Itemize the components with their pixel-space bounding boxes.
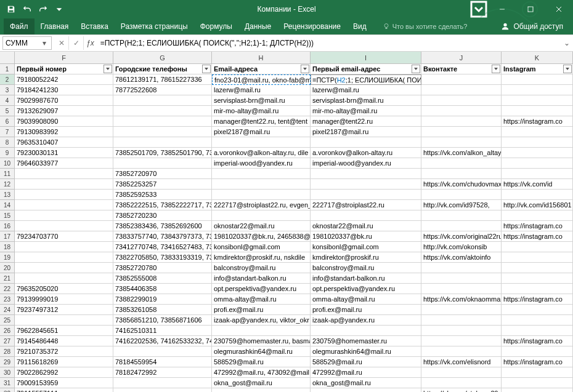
row-header[interactable]: 18 xyxy=(0,242,15,252)
cell[interactable]: 73852720230 xyxy=(113,210,212,221)
cell[interactable] xyxy=(502,148,573,158)
cell[interactable] xyxy=(212,190,311,200)
cell[interactable]: 1981020337@bk.ru xyxy=(311,231,421,242)
cell[interactable]: 73822705850, 73833193319, 7383 xyxy=(113,252,212,263)
cell[interactable]: 73852253257 xyxy=(113,179,212,190)
cell[interactable] xyxy=(502,378,573,388)
cancel-formula-button[interactable]: ✕ xyxy=(54,36,69,50)
cell[interactable]: 73852555008 xyxy=(113,273,212,284)
cell[interactable]: a.voronkov@alkon-altay.ru xyxy=(311,148,421,158)
cell[interactable] xyxy=(421,221,502,231)
cell[interactable]: 73882299019 xyxy=(113,294,212,305)
cell[interactable] xyxy=(421,95,502,106)
tab-formulas[interactable]: Формулы xyxy=(194,18,238,34)
cell[interactable]: 74162202536, 74162533232, 7416 xyxy=(113,336,212,346)
cell[interactable]: 79184241230 xyxy=(15,85,113,95)
cell[interactable]: konsibonl@gmail.com xyxy=(311,242,421,252)
row-header[interactable]: 23 xyxy=(0,294,15,305)
cell[interactable]: 79009153959 xyxy=(15,378,113,388)
confirm-formula-button[interactable]: ✓ xyxy=(69,36,84,50)
cell[interactable]: https://vk.com/original22rus xyxy=(421,231,502,242)
row-header[interactable]: 20 xyxy=(0,263,15,273)
cell[interactable]: 73853261058 xyxy=(113,305,212,315)
cell[interactable] xyxy=(502,190,573,200)
filter-dropdown-icon[interactable] xyxy=(301,65,309,73)
row-header[interactable]: 3 xyxy=(0,85,15,95)
cell[interactable] xyxy=(212,137,311,148)
cell[interactable]: mir-mo-altay@mail.ru xyxy=(311,106,421,116)
cell[interactable]: 79635310407 xyxy=(15,137,113,148)
header-cell[interactable]: Instagram xyxy=(502,64,573,74)
cell[interactable] xyxy=(421,263,502,273)
cell[interactable] xyxy=(421,106,502,116)
cell[interactable]: profi.ex@mail.ru xyxy=(311,305,421,315)
cell[interactable]: konsibonl@gmail.com xyxy=(212,242,311,252)
cell[interactable] xyxy=(502,85,573,95)
row-header[interactable]: 22 xyxy=(0,284,15,294)
cell[interactable] xyxy=(15,200,113,210)
cell[interactable] xyxy=(113,137,212,148)
select-all-corner[interactable] xyxy=(0,52,15,63)
cell[interactable] xyxy=(502,305,573,315)
row-header[interactable]: 10 xyxy=(0,158,15,169)
row-header[interactable]: 7 xyxy=(0,127,15,137)
cell[interactable]: 73856851210, 73856871606 xyxy=(113,315,212,326)
cell[interactable]: manager@tent22.ru, tent@tent xyxy=(212,116,311,127)
cell[interactable]: 79139999019 xyxy=(15,294,113,305)
row-header[interactable]: 25 xyxy=(0,315,15,326)
row-header[interactable]: 21 xyxy=(0,273,15,284)
cell[interactable] xyxy=(421,315,502,326)
cell[interactable]: profi.ex@mail.ru xyxy=(212,305,311,315)
cell[interactable] xyxy=(113,158,212,169)
cell[interactable]: servisplast-brn@mail.ru xyxy=(311,95,421,106)
row-header[interactable]: 31 xyxy=(0,378,15,388)
cell[interactable] xyxy=(502,367,573,378)
row-header[interactable]: 30 xyxy=(0,367,15,378)
col-header-I[interactable]: I xyxy=(311,52,421,63)
cell[interactable] xyxy=(15,273,113,284)
cell[interactable] xyxy=(113,388,212,392)
tab-home[interactable]: Главная xyxy=(35,18,75,34)
row-header[interactable]: 15 xyxy=(0,210,15,221)
redo-button[interactable] xyxy=(36,2,51,17)
cell[interactable]: lazerw@mail.ru xyxy=(311,85,421,95)
cell[interactable]: opt.perspektiva@yandex.ru xyxy=(212,284,311,294)
cell[interactable] xyxy=(15,263,113,273)
cell[interactable] xyxy=(502,137,573,148)
cell[interactable]: okna_gost@mail.ru xyxy=(311,378,421,388)
cell[interactable] xyxy=(502,388,573,392)
cell[interactable]: 79145486448 xyxy=(15,336,113,346)
cell[interactable]: 79039908090 xyxy=(15,116,113,127)
cell[interactable]: 472992@mail.ru xyxy=(311,367,421,378)
cell[interactable]: https://instagram.co xyxy=(502,294,573,305)
cell[interactable]: 73412770748, 73416527483, 7341 xyxy=(113,242,212,252)
name-box[interactable]: СУММ ▾ xyxy=(2,36,52,50)
cell[interactable]: fno23-01@mail.ru, okno-fab@m xyxy=(212,74,311,85)
cell[interactable] xyxy=(311,388,421,392)
cell[interactable]: pixel2187@mail.ru xyxy=(212,127,311,137)
fx-icon[interactable]: ƒx xyxy=(84,39,97,47)
cell[interactable] xyxy=(421,127,502,137)
cell[interactable]: 79237497312 xyxy=(15,305,113,315)
filter-dropdown-icon[interactable] xyxy=(104,65,112,73)
cell[interactable] xyxy=(15,252,113,263)
cell[interactable] xyxy=(113,106,212,116)
tab-view[interactable]: Вид xyxy=(347,18,373,34)
cell[interactable]: imperial-wood@yandex.ru xyxy=(311,158,421,169)
cell[interactable]: 79022862992 xyxy=(15,367,113,378)
cell[interactable]: 73852720970 xyxy=(113,169,212,179)
cell[interactable]: https://instagram.co xyxy=(502,357,573,367)
cell[interactable] xyxy=(212,388,311,392)
cell[interactable] xyxy=(502,74,573,85)
cell[interactable] xyxy=(311,137,421,148)
cell[interactable]: kmdirektor@proskif.ru, nskdile xyxy=(212,252,311,263)
header-cell[interactable]: Первый номер xyxy=(15,64,113,74)
row-header[interactable]: 28 xyxy=(0,346,15,357)
cell[interactable]: 222717@stroiplast22.ru, evgen_ xyxy=(212,200,311,210)
cell[interactable] xyxy=(502,346,573,357)
row-header[interactable]: 5 xyxy=(0,106,15,116)
header-cell[interactable]: Первый email-адрес xyxy=(311,64,421,74)
cell[interactable]: opt.perspektiva@yandex.ru xyxy=(311,284,421,294)
cell[interactable]: 79230030131 xyxy=(15,148,113,158)
cell[interactable]: https://vk.com/oknaomma xyxy=(421,294,502,305)
